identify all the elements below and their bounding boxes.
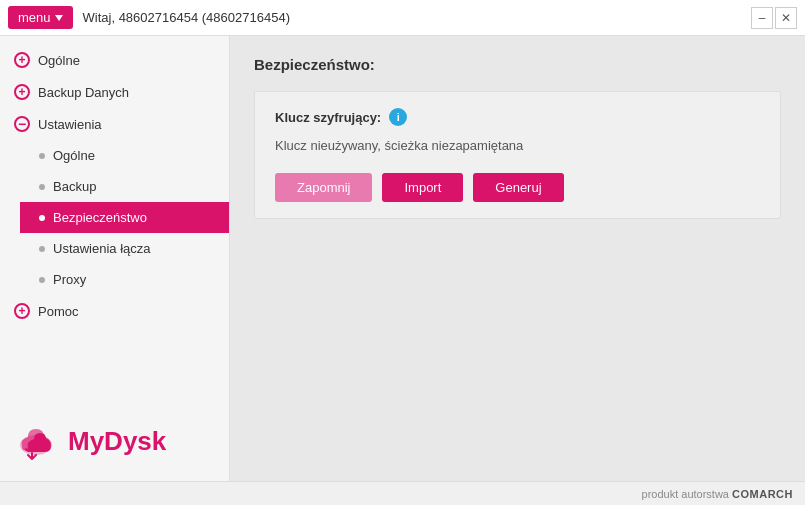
- status-text: produkt autorstwa COMARCH: [642, 488, 793, 500]
- card-header: Klucz szyfrujący: i: [275, 108, 760, 126]
- sidebar-item-label: Bezpieczeństwo: [53, 210, 147, 225]
- sidebar-item-label: Ogólne: [53, 148, 95, 163]
- dot-icon: [39, 153, 45, 159]
- close-button[interactable]: ✕: [775, 7, 797, 29]
- dot-icon: [39, 184, 45, 190]
- dot-icon: [39, 246, 45, 252]
- section-title: Bezpieczeństwo:: [254, 56, 781, 73]
- minimize-button[interactable]: –: [751, 7, 773, 29]
- sidebar-item-proxy[interactable]: Proxy: [20, 264, 229, 295]
- title-bar-left: menu Witaj, 48602716454 (48602716454): [8, 6, 290, 29]
- content-card: Klucz szyfrujący: i Klucz nieużywany, śc…: [254, 91, 781, 219]
- sidebar-nav: Ogólne Backup Danych − Ustawienia Ogólne: [0, 44, 229, 409]
- sidebar-item-bezpieczenstwo[interactable]: Bezpieczeństwo: [20, 202, 229, 233]
- plus-icon: [14, 303, 30, 319]
- minus-icon: −: [14, 116, 30, 132]
- dot-icon: [39, 277, 45, 283]
- sidebar: Ogólne Backup Danych − Ustawienia Ogólne: [0, 36, 230, 481]
- dot-icon: [39, 215, 45, 221]
- sidebar-sub-items: Ogólne Backup Bezpieczeństwo Ustawienia …: [0, 140, 229, 295]
- sidebar-item-ogolne-sub[interactable]: Ogólne: [20, 140, 229, 171]
- main-layout: Ogólne Backup Danych − Ustawienia Ogólne: [0, 36, 805, 481]
- import-button[interactable]: Import: [382, 173, 463, 202]
- title-bar-controls: – ✕: [751, 7, 797, 29]
- info-icon[interactable]: i: [389, 108, 407, 126]
- sidebar-item-backup-danych[interactable]: Backup Danych: [0, 76, 229, 108]
- sidebar-item-ustawienia-lacza[interactable]: Ustawienia łącza: [20, 233, 229, 264]
- menu-arrow-icon: [55, 15, 63, 21]
- sidebar-item-label: Ustawienia łącza: [53, 241, 151, 256]
- content-area: Bezpieczeństwo: Klucz szyfrujący: i Kluc…: [230, 36, 805, 481]
- sidebar-item-label: Backup Danych: [38, 85, 129, 100]
- sidebar-item-label: Backup: [53, 179, 96, 194]
- generuj-button[interactable]: Generuj: [473, 173, 563, 202]
- sidebar-item-label: Ogólne: [38, 53, 80, 68]
- card-buttons: Zapomnij Import Generuj: [275, 173, 760, 202]
- sidebar-item-label: Proxy: [53, 272, 86, 287]
- sidebar-item-backup-sub[interactable]: Backup: [20, 171, 229, 202]
- menu-button[interactable]: menu: [8, 6, 73, 29]
- zapomnij-button[interactable]: Zapomnij: [275, 173, 372, 202]
- card-header-label: Klucz szyfrujący:: [275, 110, 381, 125]
- brand-name: COMARCH: [732, 488, 793, 500]
- status-bar: produkt autorstwa COMARCH: [0, 481, 805, 505]
- logo-cloud-icon: [14, 419, 58, 463]
- title-bar: menu Witaj, 48602716454 (48602716454) – …: [0, 0, 805, 36]
- logo-text: MyDysk: [68, 426, 166, 457]
- sidebar-item-label: Pomoc: [38, 304, 78, 319]
- window-title: Witaj, 48602716454 (48602716454): [83, 10, 290, 25]
- sidebar-logo: MyDysk: [0, 409, 229, 473]
- card-body-text: Klucz nieużywany, ścieżka niezapamiętana: [275, 138, 760, 153]
- sidebar-item-ustawienia[interactable]: − Ustawienia: [0, 108, 229, 140]
- sidebar-item-label: Ustawienia: [38, 117, 102, 132]
- menu-label: menu: [18, 10, 51, 25]
- sidebar-item-pomoc[interactable]: Pomoc: [0, 295, 229, 327]
- sidebar-item-ogolne-top[interactable]: Ogólne: [0, 44, 229, 76]
- plus-icon: [14, 84, 30, 100]
- plus-icon: [14, 52, 30, 68]
